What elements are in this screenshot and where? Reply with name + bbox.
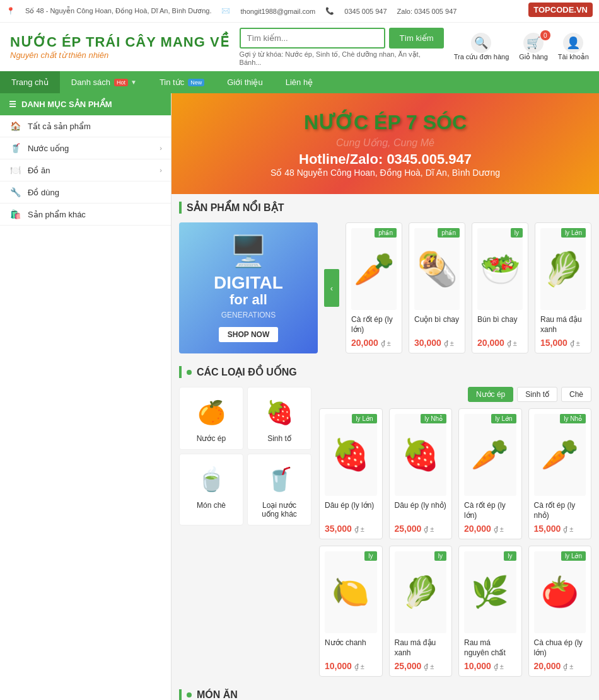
search-input[interactable]	[240, 28, 386, 49]
price-suffix: ₫ ±	[494, 525, 504, 533]
food-title-dot	[187, 692, 192, 697]
cart-badge: 0	[540, 30, 550, 40]
sidebar-item-drinks[interactable]: 🥤 Nước uống ›	[0, 137, 171, 159]
drink-product-emoji: 🍓	[402, 437, 439, 473]
nav-home-label: Trang chủ	[11, 77, 49, 87]
drink-product-card[interactable]: 🥬 ly Rau má đậu xanh 25,000 ₫ ±	[389, 546, 453, 677]
featured-title-text: SẢN PHẨM NỔI BẬT	[187, 202, 284, 214]
track-order-button[interactable]: 🔍 Tra cứu đơn hàng	[454, 33, 509, 61]
price-suffix: ₫ ±	[424, 663, 434, 670]
featured-product-card[interactable]: 🥬 ly Lớn Rau má đậu xanh 15,000 ₫ ±	[535, 222, 591, 353]
sidebar-item-other[interactable]: 🛍️ Sản phẩm khác	[0, 204, 171, 226]
product-image: 🌯	[414, 228, 460, 310]
phone-text: 0345 005 947	[344, 8, 387, 15]
zalo-text: Zalo: 0345 005 947	[397, 8, 457, 15]
drink-product-name: Rau má nguyên chất	[464, 638, 516, 658]
sidebar-other-icon: 🛍️	[9, 209, 21, 219]
price-suffix: ₫ ±	[494, 663, 504, 670]
sidebar-item-tools[interactable]: 🔧 Đồ dùng	[0, 181, 171, 204]
sidebar: ☰ DANH MỤC SẢN PHẨM 🏠 Tất cả sản phẩm 🥤 …	[0, 93, 172, 700]
drink-product-card[interactable]: 🌿 ly Rau má nguyên chất 10,000 ₫ ±	[458, 546, 522, 677]
cart-icon: 🛒 0	[523, 33, 544, 53]
sidebar-drinks-icon: 🥤	[9, 143, 21, 153]
digital-text: DIGITAL	[214, 274, 283, 292]
nav-item-contact[interactable]: Liên hệ	[274, 71, 324, 93]
sidebar-food-arrow: ›	[160, 166, 162, 174]
prev-arrow[interactable]: ‹	[324, 269, 339, 307]
featured-product-card[interactable]: 🌯 phần Cuộn bì chay 30,000 ₫ ±	[409, 222, 465, 353]
drink-product-emoji: 🍅	[541, 575, 579, 610]
product-name: Rau má đậu xanh	[540, 315, 586, 335]
drink-product-price: 10,000 ₫ ±	[325, 661, 377, 671]
drink-tab[interactable]: Nước ép	[468, 387, 513, 402]
featured-promo-banner[interactable]: 🖥️ DIGITAL for all GENERATIONS SHOP NOW	[179, 222, 318, 353]
main-area: ☰ DANH MỤC SẢN PHẨM 🏠 Tất cả sản phẩm 🥤 …	[0, 93, 599, 700]
shop-now-button[interactable]: SHOP NOW	[219, 327, 278, 342]
topcode-logo-area: TOPCODE.VN	[528, 3, 593, 20]
drink-product-badge: ly	[434, 551, 446, 561]
drink-product-emoji: 🌿	[471, 575, 509, 610]
search-button[interactable]: Tìm kiếm	[389, 28, 443, 49]
drink-product-badge: ly Lớn	[561, 551, 586, 561]
sidebar-title: DANH MỤC SẢN PHẨM	[21, 100, 112, 109]
price-suffix: ₫ ±	[424, 525, 434, 533]
drink-cat-icon: 🍓	[260, 394, 298, 432]
drink-products-area: Nước épSinh tốChè 🍓 ly Lớn Dâu ép (ly lớ…	[319, 387, 591, 677]
cart-label: Giỏ hàng	[519, 53, 548, 61]
cart-button[interactable]: 🛒 0 Giỏ hàng	[519, 33, 548, 61]
drink-cat-grid: 🍊 Nước ép 🍓 Sinh tố 🍵 Món chè 🥤 Loại nướ…	[179, 387, 311, 525]
drink-product-card[interactable]: 🍓 ly Nhỏ Dâu ép (ly nhỏ) 25,000 ₫ ±	[389, 408, 453, 539]
account-button[interactable]: 👤 Tài khoản	[558, 33, 589, 61]
drink-product-image: 🍓	[325, 414, 377, 496]
drink-product-price: 15,000 ₫ ±	[534, 524, 586, 534]
drink-product-badge: ly Nhỏ	[560, 414, 586, 423]
drink-category-item[interactable]: 🍵 Món chè	[179, 454, 243, 525]
drink-tab[interactable]: Chè	[561, 387, 591, 402]
email-icon: ✉️	[221, 7, 230, 15]
drink-product-emoji: 🥬	[402, 575, 439, 610]
nav-list-arrow: ▼	[131, 79, 137, 86]
drink-product-card[interactable]: 🍅 ly Lớn Cà chua ép (ly lớn) 20,000 ₫ ±	[528, 546, 592, 677]
drink-product-card[interactable]: 🍋 ly Nước chanh 10,000 ₫ ±	[319, 546, 383, 677]
drinks-title: CÁC LOẠI ĐỒ UỐNG	[179, 366, 591, 378]
featured-section: SẢN PHẨM NỔI BẬT 🖥️ DIGITAL for all GENE…	[172, 194, 599, 359]
drinks-title-text: CÁC LOẠI ĐỒ UỐNG	[197, 366, 297, 378]
drink-category-item[interactable]: 🍓 Sinh tố	[247, 387, 311, 450]
track-icon: 🔍	[471, 33, 491, 53]
drink-product-card[interactable]: 🥕 ly Lớn Cà rốt ép (ly lớn) 20,000 ₫ ±	[458, 408, 522, 539]
address-text: Số 48 - Nguyễn Công Hoan, Đồng Hoà, Dĩ A…	[25, 7, 211, 15]
drink-product-card[interactable]: 🥕 ly Nhỏ Cà rốt ép (ly nhỏ) 15,000 ₫ ±	[528, 408, 592, 539]
nav-item-list[interactable]: Danh sách Hot ▼	[60, 71, 148, 93]
drink-product-card[interactable]: 🍓 ly Lớn Dâu ép (ly lớn) 35,000 ₫ ±	[319, 408, 383, 539]
nav-news-label: Tin tức	[160, 77, 184, 87]
nav-item-about[interactable]: Giới thiệu	[216, 71, 274, 93]
drink-product-price: 25,000 ₫ ±	[395, 524, 447, 534]
price-suffix: ₫ ±	[444, 340, 454, 347]
drink-cat-name: Món chè	[197, 501, 226, 510]
drink-product-emoji: 🥕	[541, 437, 579, 473]
sidebar-tools-icon: 🔧	[9, 187, 21, 197]
scroll-prev[interactable]: ‹	[324, 222, 339, 353]
content-area: NƯỚC ÉP 7 SÓC Cung Uống, Cung Mê Hotline…	[172, 93, 599, 700]
featured-row: 🖥️ DIGITAL for all GENERATIONS SHOP NOW …	[179, 222, 591, 353]
drink-product-price: 35,000 ₫ ±	[325, 524, 377, 534]
drink-cat-icon: 🍊	[192, 394, 230, 432]
food-section-title: MÓN ĂN	[179, 689, 591, 700]
product-name: Bún bì chay	[477, 315, 523, 335]
nav-item-news[interactable]: Tin tức New	[148, 71, 216, 93]
drink-category-item[interactable]: 🥤 Loại nước uống khác	[247, 454, 311, 525]
address-icon: 📍	[6, 7, 15, 15]
nav-item-home[interactable]: Trang chủ	[0, 71, 60, 93]
drink-tab[interactable]: Sinh tố	[517, 387, 557, 402]
sidebar-item-food[interactable]: 🍽️ Đồ ăn ›	[0, 159, 171, 181]
featured-product-card[interactable]: 🥕 phần Cà rốt ép (ly lớn) 20,000 ₫ ±	[346, 222, 402, 353]
sidebar-item-all[interactable]: 🏠 Tất cả sản phẩm	[0, 115, 171, 137]
drink-products-grid: 🍓 ly Lớn Dâu ép (ly lớn) 35,000 ₫ ± 🍓 ly…	[319, 408, 591, 677]
drink-tabs: Nước épSinh tốChè	[319, 387, 591, 402]
featured-product-card[interactable]: 🥗 ly Bún bì chay 20,000 ₫ ±	[472, 222, 528, 353]
product-emoji: 🥬	[543, 250, 584, 289]
drink-category-item[interactable]: 🍊 Nước ép	[179, 387, 243, 450]
sidebar-header: ☰ DANH MỤC SẢN PHẨM	[0, 93, 171, 115]
drinks-section: CÁC LOẠI ĐỒ UỐNG 🍊 Nước ép 🍓 Sinh tố 🍵 M…	[172, 359, 599, 684]
nav-contact-label: Liên hệ	[286, 77, 313, 87]
